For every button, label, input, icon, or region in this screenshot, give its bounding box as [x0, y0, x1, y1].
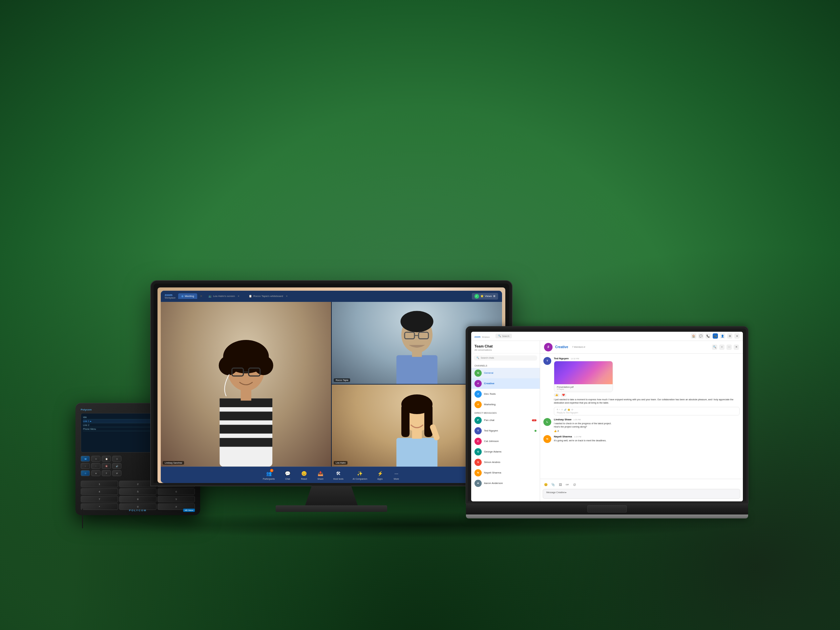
zoom-meeting-window: zoom Workplace Meeting ✕ 📺 Lea Hahn's sc… — [161, 291, 502, 483]
phone-end-key[interactable]: ✖ — [91, 470, 100, 476]
laptop-touchpad[interactable] — [587, 505, 627, 513]
tool-emoji[interactable]: 😊 — [543, 482, 549, 488]
toolbar-apps[interactable]: ⚡ Apps — [376, 470, 384, 480]
channels-header: Channels — [471, 363, 540, 368]
toolbar-react[interactable]: 😊 React — [300, 470, 308, 480]
msg-sender-2: Lindsay Shaw — [554, 418, 571, 421]
phone-hold-key[interactable]: ⏸ — [102, 470, 111, 476]
tool-attach[interactable]: 📎 — [550, 482, 556, 488]
phone-call-key[interactable]: ✆ — [81, 470, 90, 476]
settings-nav[interactable]: ⚙ — [727, 333, 733, 339]
file-name: Presentation.pdf — [557, 386, 610, 388]
screen-tab-label: Lea Hahn's screen — [213, 295, 235, 298]
dm-simon[interactable]: S Simon Andres — [471, 457, 540, 467]
home-nav[interactable]: 🏠 — [691, 333, 696, 339]
message-group-3: N Nayeli Sharma 1:15 PM It's going well,… — [543, 435, 740, 443]
tool-image[interactable]: 🖼 — [557, 482, 563, 488]
channel-marketing[interactable]: # Marketing — [471, 399, 540, 410]
phone-vol-down[interactable]: − — [91, 463, 100, 469]
search-messages-icon[interactable]: 🔍 — [712, 344, 717, 350]
more-options-icon[interactable]: ⋯ — [726, 344, 732, 350]
apps-icon: ⚡ — [376, 470, 384, 477]
reply-at[interactable]: @ — [571, 409, 573, 411]
reply-input-placeholder[interactable]: Reply to Ted Nguyen — [557, 412, 737, 414]
tool-mention[interactable]: @ — [572, 482, 578, 488]
reply-underline[interactable]: U — [561, 409, 563, 411]
dm-cat[interactable]: C Cat Johnson — [471, 436, 540, 447]
numpad-4[interactable]: 4 — [81, 488, 118, 495]
screen-tab[interactable]: 📺 Lea Hahn's screen ✕ — [205, 293, 243, 299]
views-button[interactable]: ✓ ⭐ Views ⊞ — [472, 293, 498, 300]
dm-george[interactable]: G George Adams — [471, 447, 540, 457]
reply-bold[interactable]: B — [557, 409, 558, 411]
reply-italic[interactable]: I — [559, 409, 560, 411]
contacts-nav[interactable]: 👤 — [720, 333, 725, 339]
react-label: React — [301, 478, 307, 480]
phone-btn-4[interactable]: ⚙ — [112, 456, 122, 462]
numpad-7[interactable]: 7 — [81, 496, 118, 502]
channel-search[interactable]: 🔍 Search chats — [474, 355, 537, 361]
msg-time-2: 1:05 PM — [573, 419, 581, 421]
svg-rect-12 — [219, 412, 272, 421]
chat-main-layout: Team Chat All conversations 🔍 Search cha… — [471, 341, 743, 502]
dm-nayeli[interactable]: N Nayeli Sharma — [471, 467, 540, 478]
close-nav[interactable]: ✕ — [734, 333, 740, 339]
shared-image-card[interactable]: Presentation.pdf 3 Pages — [554, 361, 613, 392]
svg-rect-21 — [396, 355, 437, 384]
reply-link[interactable]: 🔗 — [564, 409, 566, 411]
dm-aaron[interactable]: A Aaron Anderson — [471, 478, 540, 489]
phone-mute[interactable]: 🔇 — [102, 463, 111, 469]
msg-content-1: Ted Nguyen 12:32 PM Presentation.pdf — [554, 357, 740, 415]
phone-btn-3[interactable]: 📋 — [102, 456, 111, 462]
phone-transfer-key[interactable]: ⇄ — [112, 470, 122, 476]
polycom-label: POLYCOM — [129, 509, 147, 512]
channel-creative[interactable]: # Creative — [471, 378, 540, 389]
close-panel-icon[interactable]: ✕ — [734, 344, 739, 350]
search-bar[interactable]: 🔍 Search — [496, 334, 512, 338]
channel-devtools[interactable]: # Dev-Tools — [471, 389, 540, 399]
chat-nav[interactable]: 💬 — [698, 333, 704, 339]
reaction-emoji-2[interactable]: ❤️ — [561, 393, 566, 397]
phone-vol-up[interactable]: + — [81, 463, 90, 469]
dm-pan[interactable]: P Pan chat 2 — [471, 415, 540, 426]
msg-time-1: 12:32 PM — [571, 358, 579, 360]
dm-avatar-pan: P — [474, 417, 482, 424]
reply-emoji[interactable]: 😊 — [568, 409, 570, 411]
dm-name-george: George Adams — [484, 450, 501, 453]
toolbar-share[interactable]: 📤 Share — [317, 470, 324, 480]
meeting-indicator — [182, 295, 183, 297]
toolbar-participants[interactable]: 👥 3 Participants — [263, 470, 275, 480]
add-members-icon[interactable]: + — [719, 344, 725, 350]
tool-gif[interactable]: GIF — [564, 482, 570, 488]
dm-avatar-simon: S — [474, 459, 482, 466]
phone-btn-2[interactable]: ✉ — [91, 456, 100, 462]
reaction-emoji-1[interactable]: 👍 — [554, 393, 559, 397]
meeting-nav[interactable]: 📹 — [713, 333, 718, 339]
phone-btn-1[interactable]: ☎ — [81, 456, 90, 462]
svg-point-17 — [400, 311, 433, 332]
dm-name-aaron: Aaron Anderson — [484, 482, 503, 485]
phone-speaker[interactable]: 🔊 — [112, 463, 122, 469]
numpad-star[interactable]: * — [81, 503, 118, 510]
numpad-1[interactable]: 1 — [81, 481, 118, 487]
message-input[interactable]: Message Creative ▸ — [543, 489, 740, 499]
dm-ted[interactable]: T Ted Nguyen — [471, 426, 540, 436]
tab-sep-1: ✕ — [200, 294, 202, 298]
whiteboard-tab-close[interactable]: ✕ — [286, 295, 288, 298]
toolbar-host-tools[interactable]: 🛠 Host tools — [333, 470, 344, 480]
zoom-chat-logo-text: zoom — [474, 336, 480, 338]
image-preview — [554, 361, 613, 384]
svg-rect-13 — [219, 425, 272, 434]
phone-nav-icon[interactable]: 📞 — [706, 333, 711, 339]
dm-name-pan: Pan chat — [484, 419, 494, 422]
screen-tab-close[interactable]: ✕ — [238, 295, 240, 298]
channel-general[interactable]: G General — [471, 368, 540, 378]
toolbar-more[interactable]: ··· More — [393, 470, 400, 480]
sidebar-subtitle: All conversations — [474, 349, 537, 351]
apps-label: Apps — [377, 478, 382, 480]
toolbar-chat[interactable]: 💬 Chat — [284, 470, 291, 480]
meeting-tab[interactable]: Meeting — [178, 293, 197, 299]
dm-avatar-nayeli: N — [474, 469, 482, 477]
whiteboard-tab[interactable]: 📋 Rocco Tapia's whiteboard ✕ — [245, 293, 291, 299]
toolbar-ai-companion[interactable]: ✨ AI Companion — [353, 470, 367, 480]
